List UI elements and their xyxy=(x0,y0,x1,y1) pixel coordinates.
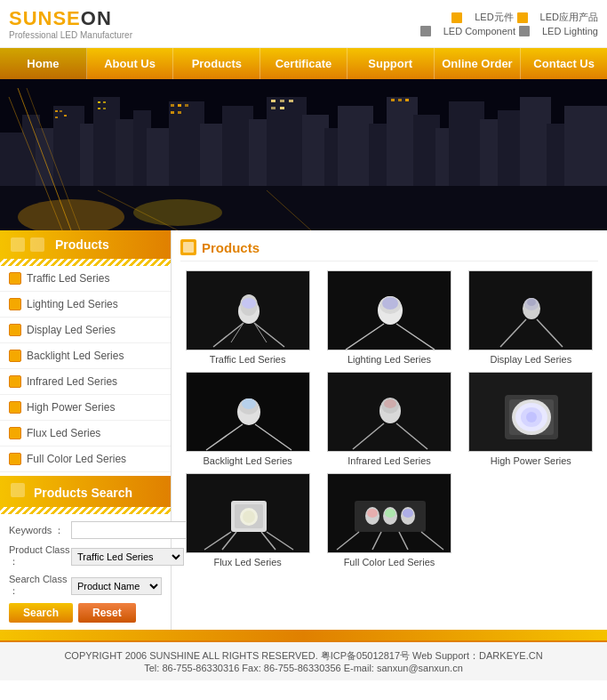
header-link-row2: LED Component LED Lighting xyxy=(420,26,598,36)
nav-support[interactable]: Support xyxy=(347,48,435,79)
search-class-select[interactable]: Product Name xyxy=(71,577,162,595)
led-app-icon xyxy=(517,12,528,23)
product-label-full-color: Full Color Led Series xyxy=(344,557,435,567)
led-app-cn-link[interactable]: LED应用产品 xyxy=(540,11,598,24)
product-cell-infrared: Infrared Led Series xyxy=(322,372,456,466)
svg-rect-40 xyxy=(171,111,174,114)
sidebar-item-display[interactable]: Display Led Series xyxy=(0,318,171,343)
nav: Home About Us Products Certificate Suppo… xyxy=(0,48,607,79)
sidebar-search-deco xyxy=(0,507,171,514)
sidebar-item-backlight-icon xyxy=(9,350,21,362)
sidebar: Products Traffic Led Series Lighting Led… xyxy=(0,230,172,630)
sidebar-item-high-power[interactable]: High Power Series xyxy=(0,395,171,421)
svg-rect-36 xyxy=(103,108,106,109)
led-part-icon xyxy=(451,12,462,23)
led-lighting-link[interactable]: LED Lighting xyxy=(542,26,598,36)
svg-point-102 xyxy=(243,511,255,523)
product-img-display[interactable] xyxy=(468,270,593,350)
sidebar-item-flux-label: Flux Led Series xyxy=(27,427,100,439)
sidebar-item-flux[interactable]: Flux Led Series xyxy=(0,421,171,447)
svg-point-57 xyxy=(133,199,222,226)
led-comp-icon xyxy=(420,26,431,36)
led-component-cn-link[interactable]: LED元件 xyxy=(475,11,513,24)
sidebar-item-high-power-icon xyxy=(9,401,21,414)
keywords-row: Keywords ： xyxy=(9,521,162,539)
content-title: Products xyxy=(180,239,598,261)
sidebar-item-infrared-icon xyxy=(9,375,21,388)
sidebar-item-lighting-icon xyxy=(9,298,21,310)
nav-online-order[interactable]: Online Order xyxy=(435,48,522,79)
product-img-full-color[interactable] xyxy=(327,473,451,553)
product-cell-high-power: High Power Series xyxy=(464,372,598,466)
svg-rect-43 xyxy=(280,100,284,102)
svg-rect-42 xyxy=(271,100,276,102)
product-cell-flux: Flux Led Series xyxy=(180,473,315,567)
keywords-label: Keywords ： xyxy=(9,524,71,537)
product-img-traffic[interactable] xyxy=(186,270,310,350)
nav-contact[interactable]: Contact Us xyxy=(521,48,607,79)
sidebar-item-full-color[interactable]: Full Color Led Series xyxy=(0,447,171,472)
nav-home[interactable]: Home xyxy=(0,48,87,79)
nav-certificate[interactable]: Certificate xyxy=(260,48,347,79)
sidebar-title-text: Products xyxy=(55,237,109,252)
search-buttons: Search Reset xyxy=(9,603,162,623)
sidebar-item-backlight[interactable]: Backlight Led Series xyxy=(0,343,171,369)
sidebar-search-title-icon xyxy=(11,483,25,497)
sidebar-item-flux-icon xyxy=(9,427,21,439)
content-area: Products xyxy=(172,230,607,630)
logo-area: SUNSEON Professional LED Manufacturer xyxy=(9,7,132,40)
product-img-flux[interactable] xyxy=(186,473,310,553)
svg-point-82 xyxy=(242,398,256,409)
svg-rect-33 xyxy=(98,101,100,103)
svg-rect-48 xyxy=(398,99,402,101)
product-cell-display: Display Led Series xyxy=(464,270,598,365)
footer-copyright: COPYRIGHT 2006 SUNSHINE ALL RIGHTS RESER… xyxy=(7,649,600,663)
product-label-display: Display Led Series xyxy=(490,354,571,365)
product-class-select[interactable]: Traffic Led Series Lighting Led Series D… xyxy=(71,548,184,566)
svg-rect-30 xyxy=(60,110,62,112)
deco-strip-bottom xyxy=(0,630,607,640)
content-title-icon xyxy=(180,239,196,255)
svg-rect-49 xyxy=(405,99,409,101)
svg-rect-38 xyxy=(178,104,181,107)
footer-contact: Tel: 86-755-86330316 Fax: 86-755-8633035… xyxy=(7,663,600,673)
sidebar-item-display-label: Display Led Series xyxy=(27,324,116,336)
svg-rect-47 xyxy=(391,99,395,101)
svg-rect-31 xyxy=(64,115,67,117)
content-title-text: Products xyxy=(202,240,260,255)
sidebar-item-lighting-label: Lighting Led Series xyxy=(27,298,118,310)
svg-point-97 xyxy=(526,412,537,422)
product-label-traffic: Traffic Led Series xyxy=(210,354,286,365)
search-class-row: Search Class ： Product Name xyxy=(9,574,162,598)
sidebar-item-infrared[interactable]: Infrared Led Series xyxy=(0,369,171,395)
svg-rect-58 xyxy=(183,242,194,253)
nav-products[interactable]: Products xyxy=(173,48,260,79)
sidebar-item-backlight-label: Backlight Led Series xyxy=(27,350,124,362)
product-label-lighting: Lighting Led Series xyxy=(347,354,431,365)
product-cell-lighting: Lighting Led Series xyxy=(322,270,456,365)
footer: COPYRIGHT 2006 SUNSHINE ALL RIGHTS RESER… xyxy=(0,640,607,680)
logo-on: ON xyxy=(81,7,112,29)
svg-rect-44 xyxy=(289,100,293,102)
led-component-link[interactable]: LED Component xyxy=(443,26,515,36)
reset-button[interactable]: Reset xyxy=(78,603,136,623)
search-button[interactable]: Search xyxy=(9,603,73,623)
sidebar-item-full-color-label: Full Color Led Series xyxy=(27,453,126,465)
sidebar-item-traffic-label: Traffic Led Series xyxy=(27,272,109,285)
product-img-high-power[interactable] xyxy=(468,372,593,452)
sidebar-item-traffic-icon xyxy=(9,272,21,285)
sidebar-products-title: Products xyxy=(0,230,171,259)
svg-point-76 xyxy=(527,299,536,306)
sidebar-search-body: Keywords ： Product Class ： Traffic Led S… xyxy=(0,514,171,630)
logo-subtitle: Professional LED Manufacturer xyxy=(9,30,132,40)
nav-about[interactable]: About Us xyxy=(87,48,174,79)
product-img-backlight[interactable] xyxy=(186,372,310,452)
product-img-infrared[interactable] xyxy=(327,372,451,452)
sidebar-item-traffic[interactable]: Traffic Led Series xyxy=(0,266,171,292)
banner xyxy=(0,79,607,230)
product-img-lighting[interactable] xyxy=(327,270,451,350)
product-label-high-power: High Power Series xyxy=(491,455,571,466)
products-grid: Traffic Led Series Lighting Led Series xyxy=(180,270,598,567)
product-cell-backlight: Backlight Led Series xyxy=(180,372,315,466)
sidebar-item-lighting[interactable]: Lighting Led Series xyxy=(0,292,171,318)
